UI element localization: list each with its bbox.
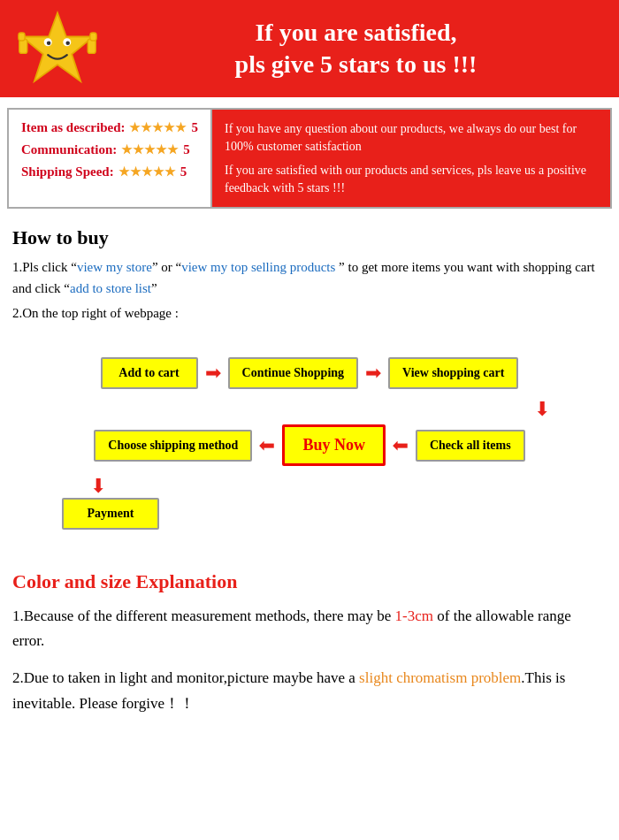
arrow-down-2-icon: ⬇ bbox=[90, 475, 106, 498]
flow-box-check-all-items[interactable]: Check all items bbox=[416, 430, 525, 462]
how-to-buy-section: How to buy 1.Pls click “view my store” o… bbox=[0, 219, 619, 334]
how-to-buy-title: How to buy bbox=[12, 226, 607, 249]
flow-row-2: Choose shipping method ➡ Buy Now ➡ Check… bbox=[18, 424, 601, 466]
color-point-2: 2.Due to taken in light and monitor,pict… bbox=[12, 666, 607, 715]
rating-label-shipping: Shipping Speed: bbox=[21, 164, 114, 179]
info-section: Item as described: ★★★★★ 5 Communication… bbox=[7, 108, 612, 209]
flow-box-view-shopping-cart[interactable]: View shopping cart bbox=[388, 357, 518, 389]
step1-link2[interactable]: view my top selling products bbox=[181, 260, 335, 274]
color-point-1: 1.Because of the different measurement m… bbox=[12, 604, 607, 653]
arrow-right-2: ➡ bbox=[365, 362, 381, 385]
rating-score-described: 5 bbox=[191, 120, 198, 135]
color-point2-highlight: slight chromatism problem bbox=[359, 669, 521, 686]
color-section: Color and size Explanation 1.Because of … bbox=[0, 561, 619, 737]
color-point1-highlight: 1-3cm bbox=[395, 607, 433, 624]
header-line2: pls give 5 stars to us !!! bbox=[111, 49, 601, 80]
header-banner: If you are satisfied, pls give 5 stars t… bbox=[0, 0, 619, 97]
star-mascot-icon bbox=[18, 9, 97, 88]
flow-box-buy-now[interactable]: Buy Now bbox=[282, 424, 386, 466]
flow-box-payment[interactable]: Payment bbox=[62, 498, 159, 530]
svg-point-3 bbox=[47, 41, 51, 45]
rating-item-communication: Communication: ★★★★★ 5 bbox=[21, 142, 198, 157]
step1-prefix: 1.Pls click “ bbox=[12, 260, 77, 274]
color-section-title: Color and size Explanation bbox=[12, 570, 607, 593]
star-icon-comm: ★★★★★ bbox=[121, 142, 179, 157]
step1-link1[interactable]: view my store bbox=[77, 260, 152, 274]
step2-text: 2.On the top right of webpage : bbox=[12, 302, 607, 324]
flow-box-choose-shipping[interactable]: Choose shipping method bbox=[94, 430, 252, 462]
flow-row-1: Add to cart ➡ Continue Shopping ➡ View s… bbox=[18, 357, 601, 389]
step1-link3[interactable]: add to store list bbox=[70, 281, 151, 295]
stars-shipping: ★★★★★ bbox=[118, 164, 176, 179]
svg-point-4 bbox=[65, 41, 70, 45]
flow-box-add-to-cart[interactable]: Add to cart bbox=[101, 357, 198, 389]
svg-marker-0 bbox=[22, 13, 94, 81]
arrow-left-2: ➡ bbox=[393, 434, 409, 457]
arrow-down-1-icon: ⬇ bbox=[534, 398, 550, 421]
header-line1: If you are satisfied, bbox=[111, 17, 601, 49]
rating-label-described: Item as described: bbox=[21, 120, 125, 135]
svg-rect-8 bbox=[90, 33, 96, 41]
color-point1-prefix: 1.Because of the different measurement m… bbox=[12, 607, 395, 624]
arrow-left-1: ➡ bbox=[259, 434, 275, 457]
arrow-down-2-container: ⬇ bbox=[18, 475, 601, 498]
feedback-line1: If you have any question about our produ… bbox=[225, 120, 598, 155]
feedback-line2: If you are satisfied with our products a… bbox=[225, 162, 598, 196]
rating-score-shipping: 5 bbox=[180, 164, 187, 179]
star-icon-ship: ★★★★★ bbox=[118, 164, 176, 179]
rating-score-communication: 5 bbox=[183, 142, 190, 157]
arrow-down-1-container: ⬇ bbox=[18, 398, 601, 421]
star-icon: ★★★★★ bbox=[129, 120, 187, 135]
flow-box-continue-shopping[interactable]: Continue Shopping bbox=[228, 357, 359, 389]
rating-item-described: Item as described: ★★★★★ 5 bbox=[21, 120, 198, 135]
rating-label-communication: Communication: bbox=[21, 142, 117, 157]
header-text: If you are satisfied, pls give 5 stars t… bbox=[111, 17, 601, 81]
step1-end: ” bbox=[151, 281, 157, 295]
step1-text: 1.Pls click “view my store” or “view my … bbox=[12, 256, 607, 299]
flow-row-3: Payment bbox=[18, 498, 601, 530]
ratings-box: Item as described: ★★★★★ 5 Communication… bbox=[9, 110, 212, 207]
arrow-right-1: ➡ bbox=[205, 362, 221, 385]
svg-rect-6 bbox=[19, 33, 25, 41]
stars-described: ★★★★★ bbox=[129, 120, 187, 135]
rating-item-shipping: Shipping Speed: ★★★★★ 5 bbox=[21, 164, 198, 179]
feedback-box: If you have any question about our produ… bbox=[212, 110, 610, 207]
step1-middle: ” or “ bbox=[152, 260, 181, 274]
stars-communication: ★★★★★ bbox=[121, 142, 179, 157]
color-point2-prefix: 2.Due to taken in light and monitor,pict… bbox=[12, 669, 359, 686]
flow-diagram: Add to cart ➡ Continue Shopping ➡ View s… bbox=[9, 348, 610, 547]
